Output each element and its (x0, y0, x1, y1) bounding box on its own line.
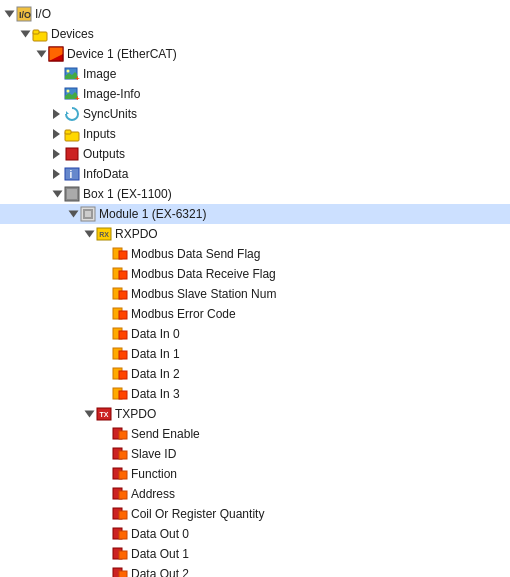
rxpdo-icon: RX (96, 226, 112, 242)
tree-item-send-enable[interactable]: Send Enable (0, 424, 510, 444)
tree-item-modbus-send-flag[interactable]: Modbus Data Send Flag (0, 244, 510, 264)
tx-item-icon (112, 506, 128, 522)
expander-placeholder (96, 266, 112, 282)
tree-expander[interactable] (48, 146, 64, 162)
svg-rect-51 (119, 491, 127, 499)
data-item-icon (112, 246, 128, 262)
svg-rect-33 (119, 311, 127, 319)
svg-rect-59 (119, 571, 127, 577)
svg-text:i: i (70, 169, 73, 180)
tree-expander[interactable] (48, 186, 64, 202)
data-item-icon (112, 386, 128, 402)
tree-item-data-in-2[interactable]: Data In 2 (0, 364, 510, 384)
tree-node-label: Data In 1 (131, 347, 180, 361)
tree-item-function[interactable]: Function (0, 464, 510, 484)
tree-node-label: Address (131, 487, 175, 501)
svg-rect-41 (119, 391, 127, 399)
svg-rect-55 (119, 531, 127, 539)
tree-node-label: I/O (35, 7, 51, 21)
tree-expander[interactable] (16, 26, 32, 42)
tree-item-data-in-0[interactable]: Data In 0 (0, 324, 510, 344)
expander-placeholder (48, 86, 64, 102)
tree-item-modbus-error-code[interactable]: Modbus Error Code (0, 304, 510, 324)
data-item-icon (112, 346, 128, 362)
expander-placeholder (96, 546, 112, 562)
svg-rect-49 (119, 471, 127, 479)
svg-point-11 (67, 90, 70, 93)
tree-item-data-out-1[interactable]: Data Out 1 (0, 544, 510, 564)
tree-expander[interactable] (32, 46, 48, 62)
tree-node-label: Data Out 1 (131, 547, 189, 561)
svg-text:RX: RX (99, 231, 109, 238)
expander-placeholder (96, 426, 112, 442)
svg-rect-57 (119, 551, 127, 559)
tx-item-icon (112, 466, 128, 482)
tree-item-coil-register-qty[interactable]: Coil Or Register Quantity (0, 504, 510, 524)
tree-item-device1[interactable]: Device 1 (EtherCAT) (0, 44, 510, 64)
expander-placeholder (96, 486, 112, 502)
tree-item-box1[interactable]: Box 1 (EX-1100) (0, 184, 510, 204)
tree-expander[interactable] (80, 226, 96, 242)
tree-node-label: Image-Info (83, 87, 140, 101)
svg-rect-29 (119, 271, 127, 279)
tree-item-inputs[interactable]: Inputs (0, 124, 510, 144)
svg-rect-16 (66, 148, 78, 160)
tree-item-syncunits[interactable]: SyncUnits (0, 104, 510, 124)
tree-item-data-out-0[interactable]: Data Out 0 (0, 524, 510, 544)
tree-item-modbus-recv-flag[interactable]: Modbus Data Receive Flag (0, 264, 510, 284)
tree-container[interactable]: I/O I/O Devices Device 1 (EtherCAT) + Im… (0, 0, 510, 577)
tx-item-icon (112, 546, 128, 562)
svg-rect-53 (119, 511, 127, 519)
tree-node-label: Module 1 (EX-6321) (99, 207, 206, 221)
tree-node-label: Modbus Slave Station Num (131, 287, 276, 301)
tree-node-label: Slave ID (131, 447, 176, 461)
tree-node-label: Outputs (83, 147, 125, 161)
tree-item-image-info[interactable]: + Image-Info (0, 84, 510, 104)
tree-node-label: Box 1 (EX-1100) (83, 187, 172, 201)
tree-expander[interactable] (48, 166, 64, 182)
svg-marker-13 (66, 111, 69, 114)
expander-placeholder (96, 386, 112, 402)
module-icon (80, 206, 96, 222)
sync-icon (64, 106, 80, 122)
tree-item-devices[interactable]: Devices (0, 24, 510, 44)
tree-node-label: InfoData (83, 167, 128, 181)
tree-item-rxpdo[interactable]: RX RXPDO (0, 224, 510, 244)
tree-expander[interactable] (48, 106, 64, 122)
tree-item-data-out-2[interactable]: Data Out 2 (0, 564, 510, 577)
tree-node-label: Data In 3 (131, 387, 180, 401)
tree-node-label: Data In 2 (131, 367, 180, 381)
tree-item-address[interactable]: Address (0, 484, 510, 504)
svg-rect-31 (119, 291, 127, 299)
tree-node-label: Send Enable (131, 427, 200, 441)
tree-expander[interactable] (64, 206, 80, 222)
tree-item-module1[interactable]: Module 1 (EX-6321) (0, 204, 510, 224)
data-item-icon (112, 286, 128, 302)
expander-placeholder (96, 366, 112, 382)
tree-item-outputs[interactable]: Outputs (0, 144, 510, 164)
tree-item-io[interactable]: I/O I/O (0, 4, 510, 24)
ethercat-icon (48, 46, 64, 62)
tree-item-modbus-slave-station[interactable]: Modbus Slave Station Num (0, 284, 510, 304)
tree-expander[interactable] (48, 126, 64, 142)
tree-expander[interactable] (80, 406, 96, 422)
image-icon: + (64, 66, 80, 82)
data-item-icon (112, 306, 128, 322)
tree-expander[interactable] (0, 6, 16, 22)
folder-yellow-icon (64, 126, 80, 142)
tree-item-data-in-1[interactable]: Data In 1 (0, 344, 510, 364)
tree-node-label: Function (131, 467, 177, 481)
tree-node-label: Data Out 2 (131, 567, 189, 577)
tree-item-infodata[interactable]: i InfoData (0, 164, 510, 184)
tree-item-txpdo[interactable]: TX TXPDO (0, 404, 510, 424)
red-square-icon (64, 146, 80, 162)
data-item-icon (112, 326, 128, 342)
tree-item-image[interactable]: + Image (0, 64, 510, 84)
svg-rect-37 (119, 351, 127, 359)
image-icon: + (64, 86, 80, 102)
data-item-icon (112, 366, 128, 382)
svg-rect-3 (33, 30, 39, 34)
tree-item-slave-id[interactable]: Slave ID (0, 444, 510, 464)
svg-text:+: + (75, 94, 80, 102)
tree-item-data-in-3[interactable]: Data In 3 (0, 384, 510, 404)
